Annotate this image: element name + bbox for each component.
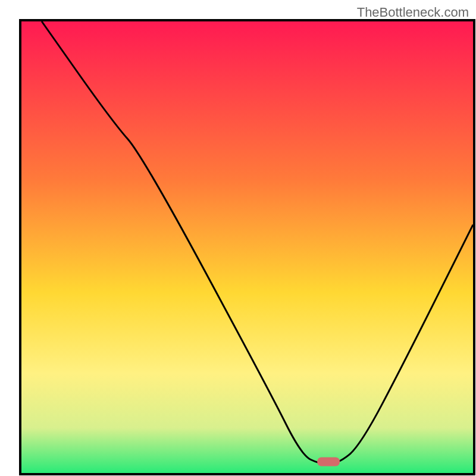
chart-container: TheBottleneck.com — [0, 0, 476, 476]
optimal-marker — [317, 457, 340, 466]
bottleneck-chart — [0, 0, 476, 476]
watermark-text: TheBottleneck.com — [357, 5, 469, 20]
